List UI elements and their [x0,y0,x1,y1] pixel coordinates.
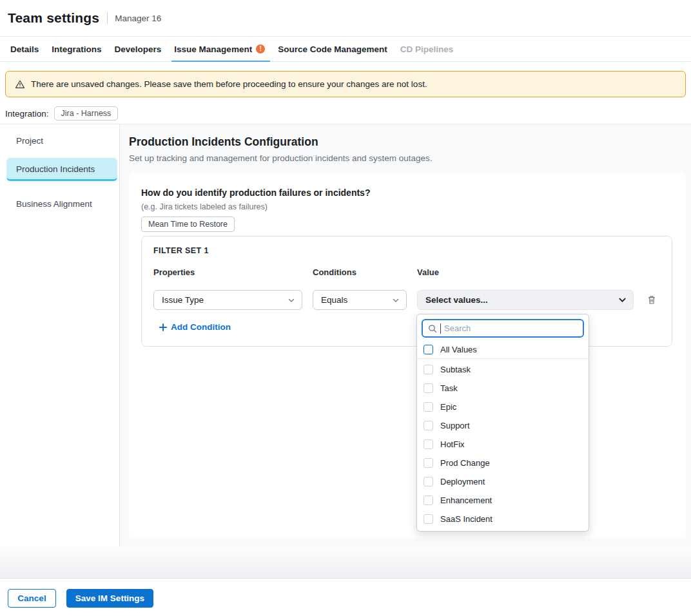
checkbox-icon[interactable] [423,514,433,524]
option-label: SaaS Incident [440,514,492,524]
sidebar-item-label: Production Incidents [16,164,95,174]
tab-cd-pipelines: CD Pipelines [400,37,454,62]
value-select-placeholder: Select values... [425,295,488,305]
page-title: Team settings [8,10,99,26]
tab-bar: Details Integrations Developers Issue Ma… [0,37,691,62]
checkbox-icon[interactable] [423,365,433,374]
filter-set-card: FILTER SET 1 Properties Conditions Value… [141,236,672,347]
footer-action-bar: Cancel Save IM Settings [0,578,691,616]
option-task[interactable]: Task [417,379,589,398]
option-enhancement[interactable]: Enhancement [417,491,589,510]
sidebar-item-label: Business Alignment [16,199,92,209]
tab-label: Source Code Management [278,44,387,54]
option-all-values[interactable]: All Values [417,341,589,359]
add-condition-button[interactable]: Add Condition [159,322,231,332]
option-subtask[interactable]: Subtask [417,360,589,379]
team-settings-page: Team settings Manager 16 Details Integra… [0,0,691,616]
option-customer-notification[interactable]: Customer Notification [417,528,589,532]
checkbox-icon[interactable] [423,345,433,354]
integration-row: Integration: Jira - Harness [5,106,118,120]
trash-icon [647,294,657,305]
checkbox-icon[interactable] [423,383,433,393]
tab-source-code-management[interactable]: Source Code Management [278,37,387,62]
banner-text: There are unsaved changes. Please save t… [31,79,427,89]
question-heading: How do you identify production failures … [141,188,370,198]
dropdown-search-box[interactable] [422,319,584,338]
option-support[interactable]: Support [417,416,589,435]
column-label-properties: Properties [153,267,195,277]
team-name: Manager 16 [115,14,161,23]
question-hint: (e.g. Jira tickets labeled as failures) [141,202,268,211]
unsaved-changes-banner: There are unsaved changes. Please save t… [5,71,686,97]
property-select[interactable]: Issue Type [153,290,302,310]
main-content: Production Incidents Configuration Set u… [120,124,691,546]
alert-badge-icon: ! [256,44,265,53]
chevron-down-icon [618,296,627,304]
warning-triangle-icon [15,79,25,90]
tab-developers[interactable]: Developers [115,37,162,62]
tab-label: Issue Management [174,44,252,54]
delete-filter-button[interactable] [645,293,658,306]
checkbox-icon[interactable] [423,477,433,486]
incidents-config-card: How do you identify production failures … [129,173,686,538]
condition-select-value: Equals [321,295,347,305]
option-epic[interactable]: Epic [417,398,589,416]
page-header: Team settings Manager 16 [0,0,691,37]
condition-select[interactable]: Equals [313,290,407,310]
value-dropdown-panel: All Values Subtask Task Epic Support Hot… [416,314,589,532]
option-deployment[interactable]: Deployment [417,472,589,491]
tab-details[interactable]: Details [10,37,39,62]
column-label-value: Value [417,267,439,277]
integration-chip[interactable]: Jira - Harness [54,106,119,120]
tab-label: CD Pipelines [400,44,454,54]
option-prod-change[interactable]: Prod Change [417,454,589,472]
tab-issue-management[interactable]: Issue Management ! [174,37,265,62]
checkbox-icon[interactable] [423,439,433,449]
tab-label: Details [10,44,39,54]
option-label: Prod Change [440,458,490,468]
sidebar-item-production-incidents[interactable]: Production Incidents [6,158,117,181]
search-icon [428,324,437,333]
value-multiselect-trigger[interactable]: Select values... [417,290,634,310]
option-hotfix[interactable]: HotFix [417,435,589,454]
checkbox-icon[interactable] [423,421,433,430]
option-label: Enhancement [440,496,492,505]
metric-chip-mean-time-to-restore[interactable]: Mean Time to Restore [141,217,235,232]
dropdown-search-input[interactable] [444,323,578,333]
checkbox-icon[interactable] [423,402,433,412]
option-label: Task [440,383,458,393]
title-separator [107,12,108,24]
tab-label: Developers [115,44,162,54]
section-title: Production Incidents Configuration [129,135,318,149]
sidebar-item-project[interactable]: Project [6,132,117,150]
option-label: Deployment [440,477,485,486]
plus-icon [159,323,167,331]
tab-integrations[interactable]: Integrations [52,37,101,62]
option-label: HotFix [440,439,465,449]
sidebar-item-business-alignment[interactable]: Business Alignment [6,195,117,213]
add-condition-label: Add Condition [171,322,231,332]
section-subtitle: Set up tracking and management for produ… [129,153,433,163]
sidebar-item-label: Project [16,136,43,146]
content-bottom-band [0,546,691,578]
save-im-settings-button[interactable]: Save IM Settings [66,589,153,608]
cancel-button[interactable]: Cancel [8,589,56,608]
column-label-conditions: Conditions [313,267,356,277]
settings-sidebar: Project Production Incidents Business Al… [0,124,119,546]
chevron-down-icon [392,296,400,304]
tab-label: Integrations [52,44,101,54]
integration-label: Integration: [5,109,49,119]
chevron-down-icon [287,296,295,304]
option-label: All Values [440,345,477,354]
checkbox-icon[interactable] [423,458,433,468]
checkbox-icon[interactable] [423,496,433,505]
option-label: Epic [440,402,456,412]
option-saas-incident[interactable]: SaaS Incident [417,510,589,528]
text-cursor [440,323,441,334]
option-label: Subtask [440,365,471,374]
option-label: Support [440,421,470,430]
property-select-value: Issue Type [162,295,204,305]
filter-set-title: FILTER SET 1 [153,246,209,255]
